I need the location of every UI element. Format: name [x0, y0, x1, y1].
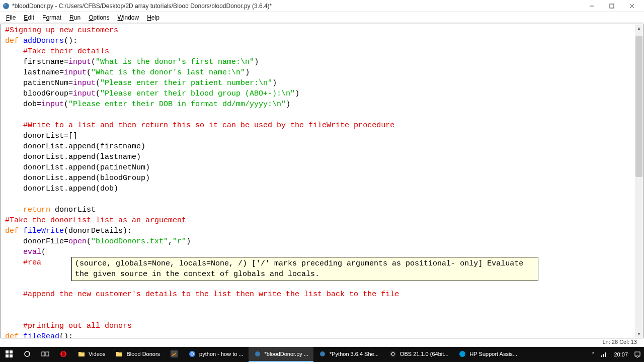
maximize-button[interactable]	[602, 0, 622, 12]
taskview-button[interactable]	[36, 347, 54, 362]
svg-point-23	[459, 351, 465, 357]
taskbar-hp[interactable]: HP Support Assis...	[453, 347, 522, 362]
tray-chevron[interactable]: ˄	[589, 347, 598, 362]
chrome-icon	[188, 350, 196, 358]
folder-icon	[77, 350, 86, 358]
taskbar-blooddonors[interactable]: Blood Donors	[110, 347, 165, 362]
svg-rect-9	[10, 354, 13, 357]
tray-network[interactable]	[598, 347, 611, 362]
svg-point-14	[62, 351, 65, 356]
menu-format[interactable]: Format	[38, 13, 65, 22]
wifi-icon	[601, 351, 608, 357]
app-icon	[2, 2, 10, 10]
cursor-position: Ln: 28 Col: 13	[603, 339, 637, 345]
python-icon	[318, 350, 327, 358]
code-editor[interactable]: #Signing up new customers def addDonors(…	[1, 24, 643, 338]
opera-button[interactable]	[54, 347, 72, 362]
scroll-up-icon[interactable]: ▲	[635, 24, 643, 32]
svg-rect-3	[610, 4, 614, 8]
taskview-icon	[41, 350, 49, 358]
system-tray: ˄ 20:07	[589, 347, 644, 362]
taskbar-idle2[interactable]: *Python 3.6.4 She...	[313, 347, 384, 362]
taskbar-chrome[interactable]: python - how to ...	[183, 347, 248, 362]
vertical-scrollbar[interactable]: ▲ ▼	[635, 24, 643, 338]
svg-point-21	[390, 351, 396, 357]
notification-icon	[634, 351, 641, 358]
calltip: (source, globals=None, locals=None, /) […	[71, 257, 538, 281]
taskbar: Videos Blood Donors python - how to ... …	[0, 347, 644, 362]
editor-container: #Signing up new customers def addDonors(…	[1, 24, 643, 338]
minimize-button[interactable]	[582, 0, 602, 12]
window-controls	[582, 0, 642, 12]
taskbar-obs[interactable]: OBS 21.1.0 (64bit...	[384, 347, 454, 362]
taskbar-idle1[interactable]: *bloodDonor.py ...	[249, 347, 313, 362]
svg-rect-24	[635, 352, 640, 356]
chevron-up-icon: ˄	[592, 351, 595, 358]
menu-file[interactable]: File	[2, 13, 20, 22]
scrollbar-thumb[interactable]	[635, 36, 642, 177]
statusbar: Ln: 28 Col: 13	[599, 338, 641, 347]
svg-point-0	[3, 3, 9, 9]
start-button[interactable]	[0, 347, 18, 362]
menu-window[interactable]: Window	[114, 13, 143, 22]
scroll-down-icon[interactable]: ▼	[635, 330, 643, 338]
windows-icon	[5, 350, 13, 358]
svg-point-1	[5, 5, 6, 6]
folder-icon	[115, 350, 123, 358]
svg-rect-11	[42, 352, 45, 356]
sublime-icon	[170, 350, 178, 358]
menu-run[interactable]: Run	[65, 13, 85, 22]
menu-help[interactable]: Help	[143, 13, 164, 22]
svg-point-10	[25, 351, 30, 356]
menu-edit[interactable]: Edit	[20, 13, 38, 22]
tray-clock[interactable]: 20:07	[611, 347, 631, 362]
taskbar-sublime[interactable]	[165, 347, 183, 362]
svg-rect-8	[6, 354, 9, 357]
python-icon	[254, 350, 262, 358]
search-icon	[23, 350, 31, 358]
menubar: File Edit Format Run Options Window Help	[0, 12, 644, 23]
cortana-button[interactable]	[18, 347, 36, 362]
obs-icon	[389, 350, 397, 358]
svg-point-20	[320, 351, 325, 356]
svg-rect-6	[6, 350, 9, 353]
svg-rect-12	[46, 352, 49, 356]
menu-options[interactable]: Options	[85, 13, 113, 22]
titlebar: *bloodDonor.py - C:/Users/CFBS/Desktop/2…	[0, 0, 644, 12]
hp-icon	[458, 350, 466, 358]
window-title: *bloodDonor.py - C:/Users/CFBS/Desktop/2…	[12, 3, 582, 10]
svg-point-19	[255, 351, 260, 356]
taskbar-videos[interactable]: Videos	[72, 347, 110, 362]
close-button[interactable]	[622, 0, 642, 12]
svg-rect-7	[10, 350, 13, 353]
opera-icon	[59, 350, 67, 358]
tray-notifications[interactable]	[631, 347, 644, 362]
svg-point-18	[191, 353, 193, 355]
